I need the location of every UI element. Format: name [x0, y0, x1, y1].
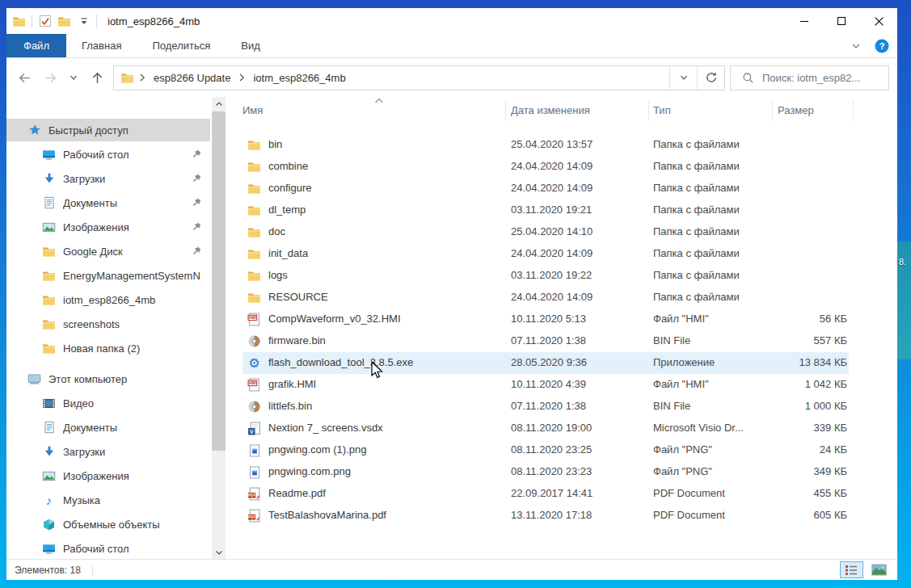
chevron-right-icon[interactable] — [137, 73, 147, 82]
sidebar-section-quick-access[interactable]: Быстрый доступ — [6, 119, 210, 141]
folder-icon — [42, 342, 56, 355]
file-name[interactable]: firmware.bin — [268, 334, 326, 346]
file-row[interactable]: HMIgrafik.HMI10.11.2020 4:39Файл "HMI"1 … — [243, 374, 849, 396]
help-icon[interactable]: ? — [875, 39, 889, 53]
address-dropdown-chevron-icon[interactable] — [669, 66, 697, 90]
folder-icon[interactable] — [57, 15, 71, 28]
sidebar-item[interactable]: ♪Музыка — [6, 489, 210, 511]
file-type: Папка с файлами — [653, 269, 740, 281]
column-divider[interactable] — [772, 100, 773, 121]
file-name[interactable]: pngwing.com (1).png — [268, 443, 366, 456]
chevron-right-icon[interactable] — [237, 73, 247, 82]
column-header-size[interactable]: Размер — [778, 104, 814, 116]
sidebar-item[interactable]: Загрузки — [6, 440, 210, 463]
up-icon[interactable] — [89, 69, 105, 86]
file-row[interactable]: HMICompWaveform_v0_32.HMI10.11.2020 5:13… — [243, 309, 849, 330]
sidebar-item[interactable]: Google Диск — [6, 240, 210, 262]
file-name[interactable]: pngwing.com.png — [268, 465, 351, 477]
column-divider[interactable] — [648, 100, 649, 121]
minimize-button[interactable] — [786, 8, 823, 34]
customize-qat-icon[interactable] — [77, 15, 91, 28]
expand-ribbon-chevron-icon[interactable] — [850, 40, 862, 52]
sidebar-item[interactable]: Изображения — [6, 464, 210, 487]
file-name[interactable]: dl_temp — [268, 204, 306, 216]
scroll-down-icon[interactable] — [212, 545, 226, 559]
close-button[interactable] — [860, 8, 897, 34]
titlebar: iotm_esp8266_4mb — [6, 8, 897, 34]
sidebar-item[interactable]: Видео — [6, 392, 210, 414]
file-row[interactable]: pngwing.com.png08.11.2020 23:23Файл "PNG… — [243, 461, 849, 483]
sidebar-item[interactable]: iotm_esp8266_4mb — [6, 288, 210, 311]
sort-ascending-caret-icon[interactable] — [373, 97, 386, 105]
file-row[interactable]: logs03.11.2020 19:22Папка с файлами — [243, 265, 849, 287]
file-row[interactable]: doc25.04.2020 14:10Папка с файлами — [243, 221, 849, 243]
file-name[interactable]: logs — [268, 269, 288, 281]
breadcrumb-item[interactable]: esp8266 Update — [150, 72, 234, 84]
file-row[interactable]: configure24.04.2020 14:09Папка с файлами — [243, 178, 849, 200]
column-divider[interactable] — [853, 100, 854, 121]
sidebar-item[interactable]: Загрузки — [6, 167, 210, 190]
search-input[interactable]: Поиск: iotm_esp82... — [730, 65, 889, 90]
sidebar-item-label: iotm_esp8266_4mb — [63, 294, 210, 306]
column-header-type[interactable]: Тип — [653, 104, 671, 116]
sidebar-item[interactable]: screenshots — [6, 313, 210, 335]
thumbnail-view-button[interactable] — [867, 561, 891, 578]
file-row[interactable]: ⚙flash_download_tool_3.8.5.exe28.05.2020… — [243, 352, 849, 374]
file-name[interactable]: TestBalashovaMarina.pdf — [268, 509, 386, 521]
file-row[interactable]: init_data24.04.2020 14:09Папка с файлами — [243, 243, 849, 265]
file-row[interactable]: PDFReadme.pdf22.09.2017 14:41PDF Documen… — [243, 483, 849, 505]
sidebar-scrollbar[interactable] — [212, 97, 226, 559]
sidebar-item[interactable]: Документы — [6, 416, 210, 439]
file-name[interactable]: init_data — [268, 247, 308, 259]
file-row[interactable]: firmware.bin07.11.2020 1:38BIN File557 К… — [243, 330, 849, 352]
file-name[interactable]: Nextion 7_ screens.vsdx — [268, 422, 383, 434]
file-row[interactable]: pngwing.com (1).png08.11.2020 23:25Файл … — [243, 439, 849, 461]
breadcrumb-item[interactable]: iotm_esp8266_4mb — [250, 72, 348, 84]
forward-icon[interactable] — [42, 69, 58, 86]
file-name[interactable]: Readme.pdf — [268, 487, 326, 499]
column-header-name[interactable]: Имя — [243, 104, 263, 116]
maximize-button[interactable] — [823, 8, 860, 34]
file-row[interactable]: bin25.04.2020 13:57Папка с файлами — [243, 134, 849, 156]
sidebar-section-this-pc[interactable]: Этот компьютер — [6, 368, 210, 390]
file-name[interactable]: doc — [268, 225, 285, 237]
column-headers: Имя Дата изменения Тип Размер — [234, 97, 897, 126]
sidebar-item[interactable]: EnergyManagementSystemN — [6, 264, 210, 287]
folder-icon — [42, 317, 56, 331]
file-row[interactable]: VNextion 7_ screens.vsdx08.11.2020 19:00… — [243, 418, 849, 439]
tab-share[interactable]: Поделиться — [137, 34, 226, 57]
file-row[interactable]: PDFTestBalashovaMarina.pdf13.11.2020 17:… — [243, 505, 849, 527]
details-view-button[interactable] — [840, 561, 863, 578]
file-name[interactable]: littlefs.bin — [268, 400, 312, 412]
sidebar-item[interactable]: Рабочий стол — [6, 143, 210, 166]
tab-home[interactable]: Главная — [66, 34, 137, 57]
tab-file[interactable]: Файл — [6, 34, 66, 57]
column-header-date[interactable]: Дата изменения — [511, 104, 590, 116]
file-name[interactable]: configure — [268, 182, 311, 194]
file-name[interactable]: grafik.HMI — [268, 378, 316, 390]
scrollbar-thumb[interactable] — [212, 111, 226, 451]
file-date-modified: 08.11.2020 23:25 — [511, 443, 592, 456]
address-bar[interactable]: esp8266 Update iotm_esp8266_4mb — [113, 65, 725, 90]
file-row[interactable]: RESOURCE24.04.2020 14:09Папка с файлами — [243, 287, 849, 309]
file-name[interactable]: flash_download_tool_3.8.5.exe — [268, 356, 413, 368]
file-name[interactable]: CompWaveform_v0_32.HMI — [268, 313, 401, 325]
column-divider[interactable] — [505, 100, 506, 121]
file-row[interactable]: dl_temp03.11.2020 19:21Папка с файлами — [243, 200, 849, 221]
recent-locations-chevron-icon[interactable] — [68, 69, 79, 86]
sidebar-item[interactable]: Новая папка (2) — [6, 337, 210, 359]
file-name[interactable]: RESOURCE — [268, 291, 328, 303]
file-name[interactable]: bin — [268, 138, 282, 150]
check-icon[interactable] — [38, 15, 52, 28]
sidebar-item[interactable]: Рабочий стол — [6, 537, 210, 559]
sidebar-item[interactable]: Изображения — [6, 216, 210, 238]
file-name[interactable]: combine — [268, 160, 308, 172]
file-row[interactable]: combine24.04.2020 14:09Папка с файлами — [243, 156, 849, 178]
refresh-icon[interactable] — [697, 66, 724, 90]
back-icon[interactable] — [16, 69, 32, 86]
sidebar-item[interactable]: Объемные объекты — [6, 513, 210, 536]
tab-view[interactable]: Вид — [226, 34, 276, 57]
scroll-up-icon[interactable] — [212, 97, 226, 111]
sidebar-item[interactable]: Документы — [6, 191, 210, 214]
file-row[interactable]: littlefs.bin07.11.2020 1:38BIN File1 000… — [243, 396, 849, 418]
